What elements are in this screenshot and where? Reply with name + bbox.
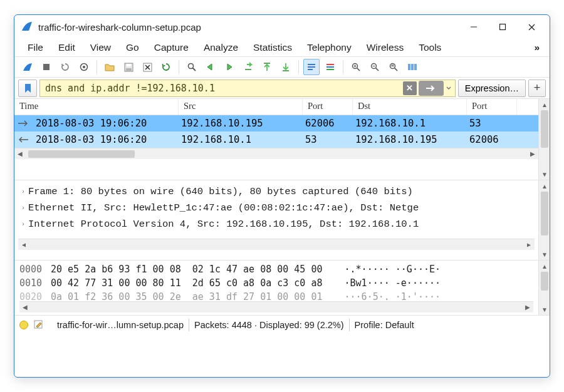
clear-filter-icon[interactable]: ✕ <box>403 81 417 95</box>
scroll-down-icon[interactable]: ▼ <box>539 249 550 260</box>
menu-wireless[interactable]: Wireless <box>360 41 410 54</box>
auto-scroll-icon[interactable] <box>303 59 320 75</box>
toolbar-separator <box>343 60 343 74</box>
column-dst[interactable]: Dst <box>353 99 467 115</box>
zoom-out-icon[interactable] <box>367 59 383 75</box>
capture-options-icon[interactable] <box>76 59 92 75</box>
statusbar: traffic-for-wir…lumn-setup.pcap Packets:… <box>14 316 550 334</box>
expression-button[interactable]: Expression… <box>458 80 526 97</box>
filter-bookmark-button[interactable] <box>18 80 37 97</box>
expert-info-icon[interactable] <box>19 321 28 329</box>
scroll-thumb[interactable] <box>541 192 548 235</box>
packet-row[interactable]: 2018-08-03 19:06:20 192.168.10.1 53 192.… <box>14 132 538 148</box>
packet-list-vscroll[interactable]: ▲ ▼ <box>538 99 550 180</box>
status-packets: Packets: 4448 · Displayed: 99 (2.2%) <box>194 320 344 330</box>
svg-point-6 <box>83 66 85 68</box>
go-forward-icon[interactable] <box>221 59 238 75</box>
go-last-icon[interactable] <box>278 59 294 75</box>
menu-go[interactable]: Go <box>119 41 146 54</box>
column-src[interactable]: Src <box>179 99 303 115</box>
menu-telephony[interactable]: Telephony <box>300 41 358 54</box>
cell-src: 192.168.10.195 <box>181 118 305 129</box>
menu-analyze[interactable]: Analyze <box>197 41 245 54</box>
open-file-icon[interactable] <box>102 59 118 75</box>
resize-columns-icon[interactable] <box>404 59 420 75</box>
packet-list-hscroll[interactable]: ◀ ▶ <box>14 148 538 159</box>
expand-icon[interactable]: › <box>18 205 28 212</box>
scroll-left-icon[interactable]: ◀ <box>18 239 29 250</box>
bytes-vscroll[interactable]: ▲ ▼ <box>538 260 550 315</box>
restart-capture-icon[interactable] <box>57 59 73 75</box>
scroll-right-icon[interactable]: ▶ <box>523 239 535 250</box>
scroll-up-icon[interactable]: ▲ <box>539 180 550 192</box>
go-to-icon[interactable] <box>240 59 256 75</box>
scroll-thumb[interactable] <box>541 110 548 148</box>
packet-row[interactable]: 2018-08-03 19:06:20 192.168.10.195 62006… <box>14 115 538 132</box>
menu-view[interactable]: View <box>83 41 118 54</box>
scroll-down-icon[interactable]: ▼ <box>539 168 550 180</box>
scroll-right-icon[interactable]: ▶ <box>527 148 538 160</box>
scroll-right-icon[interactable]: ▶ <box>522 302 533 313</box>
wireshark-window: traffic-for-wireshark-column-setup.pcap … <box>14 14 550 378</box>
go-back-icon[interactable] <box>202 59 219 75</box>
menu-edit[interactable]: Edit <box>51 41 82 54</box>
go-first-icon[interactable] <box>259 59 275 75</box>
scroll-left-icon[interactable]: ◀ <box>19 302 31 313</box>
bytes-line[interactable]: 000020 e5 2a b6 93 f1 00 08 02 1c 47 ae … <box>19 264 533 277</box>
detail-line[interactable]: ›Internet Protocol Version 4, Src: 192.1… <box>18 216 535 232</box>
zoom-in-icon[interactable] <box>348 59 364 75</box>
zoom-reset-icon[interactable] <box>385 59 402 75</box>
minimize-button[interactable] <box>459 18 488 36</box>
find-icon[interactable] <box>184 59 200 75</box>
maximize-button[interactable] <box>488 18 517 36</box>
colorize-icon[interactable] <box>322 59 338 75</box>
detail-text: Internet Protocol Version 4, Src: 192.16… <box>28 219 419 230</box>
detail-line[interactable]: ›Frame 1: 80 bytes on wire (640 bits), 8… <box>18 183 535 200</box>
menu-tools[interactable]: Tools <box>412 41 448 54</box>
scroll-thumb[interactable] <box>28 150 135 158</box>
cell-sport: 62006 <box>305 118 355 129</box>
details-vscroll[interactable]: ▲ ▼ <box>538 180 550 260</box>
display-filter-field[interactable]: ✕ <box>39 80 456 97</box>
menu-file[interactable]: File <box>21 41 50 54</box>
reload-icon[interactable] <box>158 59 174 75</box>
stop-capture-icon[interactable] <box>38 59 55 75</box>
bytes-line[interactable]: 001000 42 77 31 00 00 80 11 2d 65 c0 a8 … <box>19 277 533 291</box>
shark-fin-icon[interactable] <box>19 59 36 75</box>
apply-filter-button[interactable] <box>419 81 444 96</box>
details-hscroll[interactable]: ◀ ▶ <box>18 239 535 250</box>
detail-line[interactable]: ›Ethernet II, Src: HewlettP_1c:47:ae (00… <box>18 200 535 216</box>
menu-statistics[interactable]: Statistics <box>246 41 299 54</box>
cell-src: 192.168.10.1 <box>181 134 305 145</box>
byte-ascii: ·.*····· ··G···E· <box>338 264 441 275</box>
save-file-icon[interactable] <box>120 59 137 75</box>
status-profile[interactable]: Profile: Default <box>355 320 414 330</box>
add-filter-button[interactable]: + <box>528 80 546 97</box>
svg-rect-35 <box>411 64 414 70</box>
close-button[interactable] <box>517 18 546 36</box>
detail-text: Frame 1: 80 bytes on wire (640 bits), 80… <box>28 186 413 197</box>
packet-list-header[interactable]: Time Src Port Dst Port <box>14 99 538 115</box>
main-toolbar <box>14 56 550 78</box>
edit-capture-icon[interactable] <box>33 319 43 331</box>
packet-details-tree[interactable]: ›Frame 1: 80 bytes on wire (640 bits), 8… <box>14 180 538 260</box>
expand-icon[interactable]: › <box>18 188 28 195</box>
svg-line-28 <box>376 68 379 71</box>
close-file-icon[interactable] <box>139 59 155 75</box>
column-sport[interactable]: Port <box>303 99 353 115</box>
column-dport[interactable]: Port <box>467 99 517 115</box>
scroll-left-icon[interactable]: ◀ <box>14 148 26 160</box>
column-time[interactable]: Time <box>14 99 179 115</box>
scroll-up-icon[interactable]: ▲ <box>539 260 550 272</box>
scroll-thumb[interactable] <box>541 272 548 291</box>
menu-capture[interactable]: Capture <box>147 41 196 54</box>
scroll-down-icon[interactable]: ▼ <box>539 304 550 315</box>
menu-overflow[interactable]: » <box>530 42 543 53</box>
bytes-hscroll[interactable]: ◀ ▶ <box>19 301 533 312</box>
cell-dport: 62006 <box>469 134 507 145</box>
packet-list-rows[interactable]: 2018-08-03 19:06:20 192.168.10.195 62006… <box>14 115 538 148</box>
display-filter-input[interactable] <box>45 83 403 94</box>
scroll-up-icon[interactable]: ▲ <box>539 99 550 110</box>
packet-bytes-view[interactable]: 000020 e5 2a b6 93 f1 00 08 02 1c 47 ae … <box>14 260 538 315</box>
expand-icon[interactable]: › <box>18 221 28 228</box>
